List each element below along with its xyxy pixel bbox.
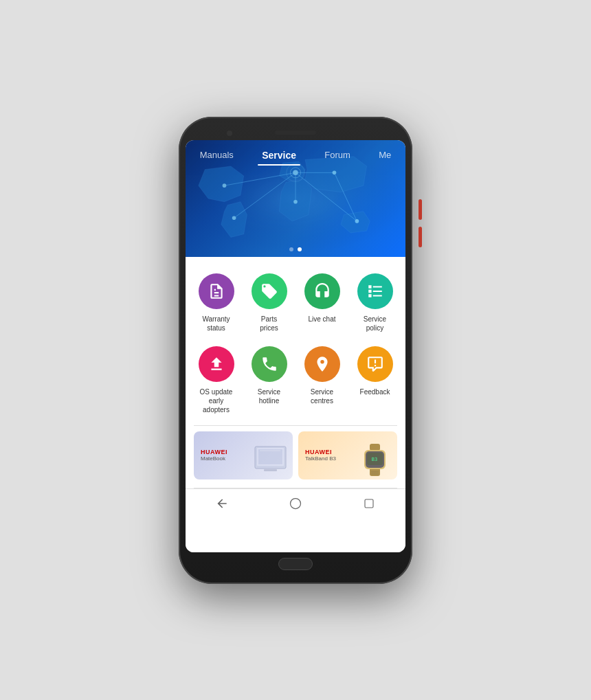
svg-point-8	[223, 183, 227, 188]
dot-2	[298, 247, 302, 251]
home-icon	[289, 497, 302, 510]
upload-icon	[208, 355, 225, 373]
promo-matebook-text: HUAWEI MateBook	[201, 449, 227, 462]
svg-point-28	[290, 498, 300, 508]
hero-banner: Manuals Service Forum Me	[186, 140, 405, 257]
document-icon	[208, 282, 225, 300]
warranty-icon-circle	[199, 273, 234, 309]
tab-me[interactable]: Me	[375, 147, 395, 163]
volume-up-button[interactable]	[419, 199, 422, 220]
svg-rect-17	[258, 449, 282, 464]
svg-rect-19	[264, 469, 277, 471]
service-centres-item[interactable]: Servicecentres	[297, 341, 347, 420]
svg-text:B3: B3	[372, 457, 377, 462]
feedback-item[interactable]: Feedback	[350, 341, 400, 420]
icon-grid: Warrantystatus Partsprices	[186, 257, 405, 425]
svg-point-9	[232, 216, 236, 220]
osupdate-label: OS updateearlyadopters	[200, 387, 233, 414]
service-policy-item[interactable]: Servicepolicy	[350, 268, 400, 338]
live-chat-item[interactable]: Live chat	[297, 268, 347, 338]
parts-icon-circle	[252, 273, 287, 309]
centres-icon-circle	[304, 346, 340, 382]
phone-screen: Manuals Service Forum Me	[186, 140, 405, 552]
feedback-icon-circle	[357, 346, 393, 382]
huawei-brand-talkband: HUAWEI	[305, 449, 336, 455]
main-content: Warrantystatus Partsprices	[186, 257, 405, 552]
nav-tabs: Manuals Service Forum Me	[186, 147, 405, 163]
huawei-brand-matebook: HUAWEI	[201, 449, 227, 455]
hotline-icon-circle	[252, 346, 287, 382]
warranty-label: Warrantystatus	[202, 315, 230, 332]
svg-rect-21	[370, 444, 380, 451]
location-icon	[313, 355, 331, 373]
svg-rect-29	[365, 499, 373, 508]
back-icon	[215, 497, 229, 510]
dot-1	[289, 247, 293, 251]
promo-talkband[interactable]: HUAWEI TalkBand B3 B3	[298, 431, 397, 479]
centres-label: Servicecentres	[311, 387, 333, 405]
promo-matebook[interactable]: HUAWEI MateBook	[194, 431, 293, 479]
osupdate-icon-circle	[199, 346, 234, 382]
phone-top-bar	[186, 128, 405, 140]
headset-icon	[313, 282, 331, 300]
tag-icon	[260, 282, 278, 300]
parts-prices-item[interactable]: Partsprices	[244, 268, 294, 338]
recent-apps-button[interactable]	[361, 496, 377, 511]
matebook-product-name: MateBook	[201, 455, 227, 462]
matebook-image	[252, 445, 289, 476]
svg-point-7	[293, 170, 298, 175]
policy-label: Servicepolicy	[364, 315, 386, 332]
parts-label: Partsprices	[260, 315, 278, 332]
livechat-label: Live chat	[308, 315, 335, 324]
list-icon	[366, 282, 384, 300]
svg-point-12	[355, 219, 359, 223]
livechat-icon-circle	[304, 273, 340, 309]
tab-manuals[interactable]: Manuals	[196, 147, 238, 163]
policy-icon-circle	[357, 273, 393, 309]
os-update-item[interactable]: OS updateearlyadopters	[191, 341, 241, 420]
warranty-status-item[interactable]: Warrantystatus	[191, 268, 241, 338]
talkband-image: B3	[356, 440, 394, 478]
recent-icon	[363, 497, 375, 510]
service-hotline-item[interactable]: Servicehotline	[244, 341, 294, 420]
speaker-grille	[275, 131, 316, 135]
feedback-label: Feedback	[360, 387, 390, 396]
promo-talkband-text: HUAWEI TalkBand B3	[305, 449, 336, 462]
hotline-label: Servicehotline	[258, 387, 280, 405]
back-button[interactable]	[214, 496, 230, 511]
volume-down-button[interactable]	[419, 227, 422, 247]
phone-icon	[260, 355, 278, 373]
svg-point-11	[293, 199, 298, 203]
physical-home-button[interactable]	[278, 558, 313, 570]
home-button[interactable]	[288, 496, 303, 511]
camera-dot	[227, 131, 232, 136]
tab-forum[interactable]: Forum	[320, 147, 355, 163]
promo-banners: HUAWEI MateBook	[186, 426, 405, 488]
bottom-nav	[186, 488, 405, 517]
talkband-product-name: TalkBand B3	[305, 455, 336, 462]
svg-point-10	[333, 170, 337, 174]
tab-service[interactable]: Service	[258, 147, 300, 163]
banner-dots	[186, 247, 405, 251]
phone-frame: Manuals Service Forum Me	[179, 117, 412, 584]
feedback-icon	[366, 355, 384, 373]
